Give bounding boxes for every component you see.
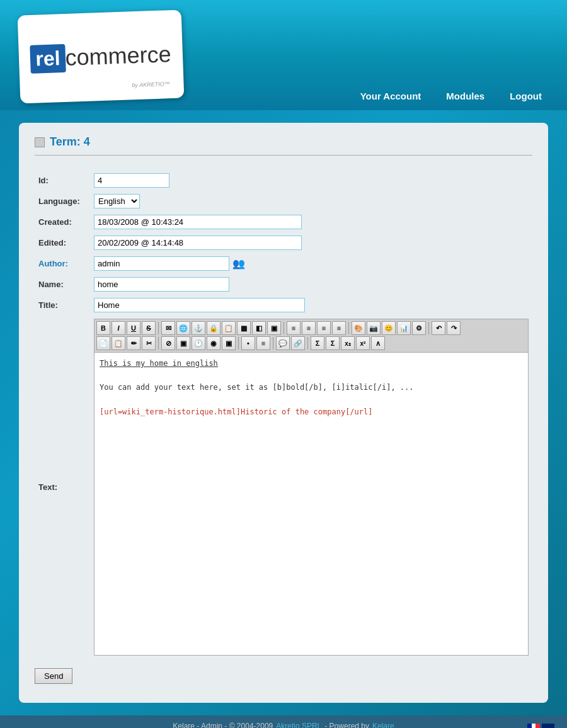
rte-toolbar-row2: 📄 📋 ✏ ✂ ⊘ ▣ 🕐 ◉ ▣ • — [96, 336, 526, 350]
author-row-content: 👥 — [94, 256, 529, 271]
flag-english[interactable] — [542, 724, 554, 728]
footer-powered-by-link[interactable]: Kelare — [372, 722, 394, 728]
footer-separator: - Powered by — [324, 722, 369, 728]
toolbar-ul[interactable]: • — [241, 336, 255, 350]
logo-card: rel commerce by AKRETIO™ — [18, 10, 185, 104]
footer-company-link[interactable]: Akretio SPRL — [276, 722, 321, 728]
toolbar-anchor[interactable]: ⚓ — [192, 321, 205, 335]
toolbar-table3[interactable]: ▣ — [267, 321, 281, 335]
sep3 — [348, 322, 349, 334]
sep1 — [158, 322, 159, 334]
toolbar-align-left[interactable]: ≡ — [287, 321, 301, 335]
toolbar-image[interactable]: 🌐 — [176, 321, 190, 335]
toolbar-color[interactable]: 🎨 — [352, 321, 365, 335]
toolbar-quote[interactable]: 💬 — [276, 336, 290, 350]
toolbar-paste[interactable]: 📋 — [112, 336, 125, 350]
page-title-row: Term: 4 — [35, 135, 532, 156]
toolbar-superscript[interactable]: x² — [356, 336, 370, 350]
id-field[interactable] — [94, 173, 169, 188]
toolbar-table2[interactable]: ◧ — [252, 321, 266, 335]
title-row: Title: — [35, 297, 532, 314]
toolbar-align-justify[interactable]: ≡ — [332, 321, 346, 335]
toolbar-radio[interactable]: ◉ — [207, 336, 220, 350]
toolbar-box[interactable]: ▣ — [176, 336, 190, 350]
toolbar-align-right[interactable]: ≡ — [317, 321, 331, 335]
rte-line-1: This is my home in english — [100, 358, 523, 370]
id-row: Id: — [35, 172, 532, 189]
nav-logout[interactable]: Logout — [497, 87, 554, 105]
main-nav: Your Account Modules Logout — [348, 87, 567, 110]
footer-wrapper: Kelare - Admin - © 2004-2009 Akretio SPR… — [0, 715, 567, 728]
author-label: Author: — [35, 255, 90, 272]
edited-label: Edited: — [35, 234, 90, 251]
term-form: Id: Language: English French Spanish Cre… — [35, 168, 532, 661]
sep4 — [428, 322, 429, 334]
toolbar-align-center[interactable]: ≡ — [302, 321, 316, 335]
name-row: Name: — [35, 276, 532, 293]
edited-row: Edited: — [35, 234, 532, 251]
toolbar-emoji[interactable]: 😊 — [382, 321, 396, 335]
created-row: Created: — [35, 213, 532, 230]
toolbar-ol[interactable]: ≡ — [256, 336, 270, 350]
toolbar-new-doc[interactable]: 📄 — [96, 336, 110, 350]
toolbar-table1[interactable]: ▦ — [237, 321, 251, 335]
toolbar-link[interactable]: 🔗 — [291, 336, 305, 350]
toolbar-clock[interactable]: 🕐 — [192, 336, 205, 350]
send-button[interactable]: Send — [35, 668, 72, 684]
toolbar-bold[interactable]: B — [96, 321, 110, 335]
text-row: Text: B I U S ✉ — [35, 317, 532, 657]
toolbar-subscript[interactable]: x₂ — [341, 336, 355, 350]
toolbar-sigma2[interactable]: Σ — [326, 336, 340, 350]
author-row: Author: 👥 — [35, 255, 532, 272]
name-field[interactable] — [94, 277, 229, 292]
document-icon — [35, 137, 45, 147]
logo-rel: rel — [30, 43, 66, 73]
toolbar-edit[interactable]: ✏ — [127, 336, 140, 350]
toolbar-clipboard[interactable]: 📋 — [222, 321, 236, 335]
logo-commerce: commerce — [65, 41, 171, 71]
sep7 — [273, 337, 273, 350]
nav-your-account[interactable]: Your Account — [348, 87, 434, 105]
toolbar-settings[interactable]: ⚙ — [412, 321, 426, 335]
toolbar-sigma[interactable]: Σ — [311, 336, 324, 350]
toolbar-underline[interactable]: U — [127, 321, 140, 335]
page-title: Term: 4 — [50, 135, 90, 149]
toolbar-lock[interactable]: 🔒 — [207, 321, 220, 335]
sep6 — [238, 337, 239, 350]
edited-field[interactable] — [94, 236, 302, 250]
rte-container: B I U S ✉ 🌐 ⚓ 🔒 📋 ▦ — [94, 319, 529, 656]
footer-text: Kelare - Admin - © 2004-2009 — [173, 722, 273, 728]
title-field[interactable] — [94, 298, 305, 312]
content-box: Term: 4 Id: Language: English French Spa… — [19, 123, 548, 703]
toolbar-square[interactable]: ▣ — [222, 336, 236, 350]
author-icon: 👥 — [232, 258, 245, 270]
toolbar-strikethrough[interactable]: S — [142, 321, 156, 335]
sep5 — [158, 337, 159, 350]
sep8 — [307, 337, 308, 350]
toolbar-undo[interactable]: ↶ — [432, 321, 445, 335]
footer-flags — [527, 724, 554, 728]
author-link[interactable]: Author: — [38, 259, 68, 268]
toolbar-photo[interactable]: 📷 — [367, 321, 381, 335]
toolbar-italic[interactable]: I — [112, 321, 125, 335]
rte-line-3: [url=wiki_term-historique.html]Historic … — [100, 406, 523, 418]
toolbar-email[interactable]: ✉ — [161, 321, 175, 335]
text-label: Text: — [35, 317, 90, 657]
toolbar-spellcheck[interactable]: ∧ — [371, 336, 385, 350]
flag-french[interactable] — [527, 724, 540, 728]
toolbar-cut[interactable]: ✂ — [142, 336, 156, 350]
rte-line-2: You can add your text here, set it as [b… — [100, 382, 523, 394]
rte-editor[interactable]: This is my home in english You can add y… — [94, 353, 528, 655]
rte-text-underline: This is my home in english — [100, 359, 218, 368]
nav-modules[interactable]: Modules — [433, 87, 497, 105]
main-wrapper: Term: 4 Id: Language: English French Spa… — [0, 110, 567, 715]
toolbar-chart[interactable]: 📊 — [397, 321, 411, 335]
created-field[interactable] — [94, 215, 302, 229]
toolbar-redo[interactable]: ↷ — [447, 321, 461, 335]
toolbar-block[interactable]: ⊘ — [161, 336, 175, 350]
logo-byakretio: by AKRETIO™ — [132, 81, 169, 88]
footer: Kelare - Admin - © 2004-2009 Akretio SPR… — [0, 715, 567, 728]
title-label: Title: — [35, 297, 90, 314]
language-select[interactable]: English French Spanish — [94, 194, 140, 208]
author-field[interactable] — [94, 256, 229, 271]
